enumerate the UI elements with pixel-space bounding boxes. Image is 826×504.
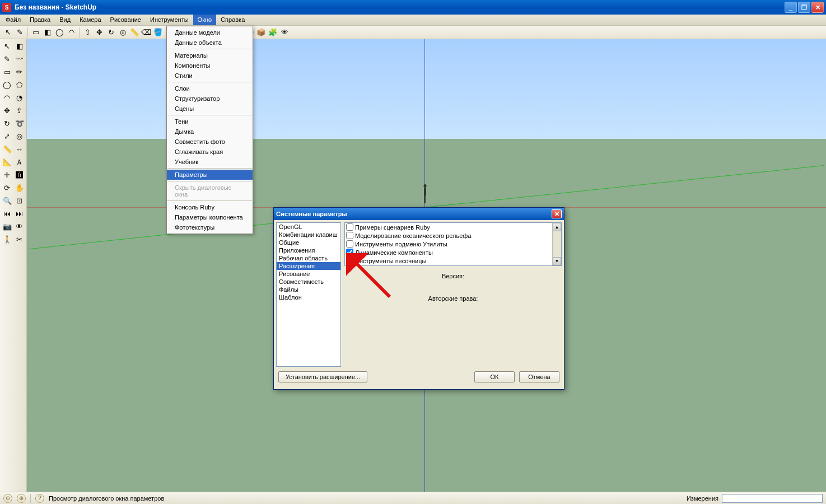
line-icon[interactable]: ✎ (14, 27, 25, 38)
extension-checkbox[interactable] (346, 257, 353, 264)
category-рабочая область[interactable]: Рабочая область (277, 254, 340, 262)
section-icon[interactable]: ✂ (13, 234, 25, 245)
freehand-icon[interactable]: 〰 (13, 53, 25, 65)
pushpull-icon[interactable]: ⇧ (82, 27, 93, 38)
text-icon[interactable]: Ａ (13, 156, 25, 168)
square-icon[interactable]: ◧ (42, 27, 53, 38)
rect-icon[interactable]: ▭ (1, 66, 13, 78)
component-icon[interactable]: 🧩 (267, 27, 278, 38)
move-icon[interactable]: ✥ (94, 27, 105, 38)
next-icon[interactable]: ⏭ (13, 208, 25, 220)
menu-item-совместить-фото[interactable]: Совместить фото (167, 137, 253, 147)
category-файлы[interactable]: Файлы (277, 286, 340, 293)
select-icon[interactable]: ↖ (1, 40, 13, 52)
menu-item-тени[interactable]: Тени (167, 116, 253, 127)
extension-row[interactable]: Инструменты песочницы (345, 256, 561, 265)
3dtext-icon[interactable]: 🅰 (13, 169, 25, 181)
menu-help[interactable]: Справка (216, 15, 249, 25)
extension-row[interactable]: Динамические компоненты (345, 248, 561, 256)
followme-icon[interactable]: ➰ (13, 118, 25, 129)
status-icon-2[interactable]: ⊕ (17, 494, 26, 503)
menu-item-слои[interactable]: Слои (167, 83, 253, 94)
extension-checkbox[interactable] (346, 249, 353, 256)
offset-icon[interactable]: ◎ (13, 130, 25, 142)
polygon-icon[interactable]: ⬠ (13, 79, 25, 91)
look-around-icon[interactable]: 👁 (13, 221, 25, 232)
menu-item-учебник[interactable]: Учебник (167, 157, 253, 167)
offset-icon[interactable]: ◎ (117, 27, 128, 38)
scroll-down-icon[interactable]: ▼ (553, 257, 561, 265)
zoomwin-icon[interactable]: ⊡ (13, 195, 25, 207)
eraser-icon[interactable]: ⌫ (141, 27, 152, 38)
scrollbar[interactable]: ▲ ▼ (552, 223, 561, 265)
close-button[interactable]: ✕ (811, 2, 824, 13)
line-icon[interactable]: ✎ (1, 53, 13, 65)
pie-icon[interactable]: ◔ (13, 92, 25, 104)
menu-item-параметры[interactable]: Параметры (167, 170, 253, 180)
extension-row[interactable]: Моделирование океанического рельефа (345, 231, 561, 240)
extension-row[interactable]: Инструменты подменю Утилиты (345, 240, 561, 248)
rotate-icon[interactable]: ↻ (1, 118, 13, 129)
menu-item-стили[interactable]: Стили (167, 71, 253, 81)
preview-icon[interactable]: 👁 (279, 27, 290, 38)
menu-view[interactable]: Вид (55, 15, 75, 25)
menu-item-сцены[interactable]: Сцены (167, 104, 253, 114)
menu-camera[interactable]: Камера (75, 15, 105, 25)
scroll-up-icon[interactable]: ▲ (553, 223, 561, 231)
maximize-button[interactable]: ❐ (798, 2, 810, 13)
menu-item-данные-модели[interactable]: Данные модели (167, 27, 253, 38)
status-icon-1[interactable]: ⊙ (3, 494, 12, 503)
menu-item-консоль-ruby[interactable]: Консоль Ruby (167, 202, 253, 212)
rotate-icon[interactable]: ↻ (105, 27, 116, 38)
scale-icon[interactable]: ⤢ (1, 130, 13, 142)
pushpull-icon[interactable]: ⇪ (13, 105, 25, 116)
paint-icon[interactable]: 🪣 (152, 27, 164, 38)
dialog-close-button[interactable]: ✕ (552, 209, 562, 218)
menu-item-сглаживать-края[interactable]: Сглаживать края (167, 147, 253, 157)
position-camera-icon[interactable]: 📷 (1, 221, 13, 232)
extension-icon[interactable]: 📦 (255, 27, 267, 38)
menu-draw[interactable]: Рисование (106, 15, 146, 25)
minimize-button[interactable]: _ (785, 2, 797, 13)
category-расширения[interactable]: Расширения (277, 262, 340, 270)
axes-icon[interactable]: ✛ (1, 169, 13, 181)
category-opengl[interactable]: OpenGL (277, 223, 340, 231)
menu-window[interactable]: Окно (193, 15, 217, 25)
category-общие[interactable]: Общие (277, 239, 340, 246)
extension-row[interactable]: Примеры сценариев Ruby (345, 223, 561, 231)
menu-file[interactable]: Файл (1, 15, 25, 25)
orbit-icon[interactable]: ⟳ (1, 182, 13, 194)
menu-item-компоненты[interactable]: Компоненты (167, 60, 253, 71)
eraser-icon[interactable]: ◧ (13, 40, 25, 52)
menu-edit[interactable]: Правка (25, 15, 55, 25)
menu-item-дымка[interactable]: Дымка (167, 127, 253, 137)
cancel-button[interactable]: Отмена (519, 371, 559, 382)
menu-item-материалы[interactable]: Материалы (167, 50, 253, 60)
arc-icon[interactable]: ◠ (1, 92, 13, 104)
pencil-icon[interactable]: ✏ (13, 66, 25, 78)
category-совместимость[interactable]: Совместимость (277, 278, 340, 286)
install-extension-button[interactable]: Установить расширение... (278, 371, 367, 382)
measurements-input[interactable] (722, 494, 823, 503)
arc-icon[interactable]: ◠ (66, 27, 77, 38)
extensions-list[interactable]: Примеры сценариев RubyМоделирование океа… (344, 222, 562, 266)
category-комбинации клавиш[interactable]: Комбинации клавиш (277, 231, 340, 239)
category-приложения[interactable]: Приложения (277, 246, 340, 254)
menu-item-данные-объекта[interactable]: Данные объекта (167, 38, 253, 48)
pan-icon[interactable]: ✋ (13, 182, 25, 194)
dialog-titlebar[interactable]: Системные параметры ✕ (274, 208, 564, 220)
ok-button[interactable]: ОК (474, 371, 515, 382)
categories-list[interactable]: OpenGLКомбинации клавишОбщиеПриложенияРа… (276, 222, 341, 367)
select-icon[interactable]: ↖ (2, 27, 13, 38)
circle-icon[interactable]: ◯ (1, 79, 13, 91)
tape-icon[interactable]: 📏 (1, 143, 13, 155)
extension-checkbox[interactable] (346, 240, 353, 248)
walk-icon[interactable]: 🚶 (1, 234, 13, 245)
extension-checkbox[interactable] (346, 232, 353, 239)
zoom-icon[interactable]: 🔍 (1, 195, 13, 207)
extension-checkbox[interactable] (346, 223, 353, 231)
prev-icon[interactable]: ⏮ (1, 208, 13, 220)
dimension-icon[interactable]: ↔ (13, 143, 25, 155)
menu-item-параметры-компонента[interactable]: Параметры компонента (167, 212, 253, 222)
menu-item-структуризатор[interactable]: Структуризатор (167, 94, 253, 104)
